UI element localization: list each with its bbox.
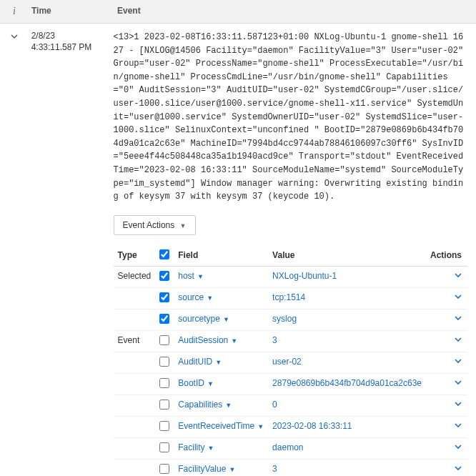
event-actions-button[interactable]: Event Actions ▼ (114, 215, 196, 235)
row-actions (426, 395, 467, 416)
row-value: 3 (268, 459, 426, 476)
col-event-header: Event (114, 6, 476, 17)
field-name: BootID (178, 378, 204, 388)
row-field: source▼ (174, 287, 268, 309)
field-link[interactable]: BootID▼ (178, 378, 214, 388)
field-name: EventReceivedTime (178, 421, 254, 431)
chevron-down-icon[interactable] (11, 32, 18, 42)
value-link[interactable]: user-02 (272, 357, 302, 367)
value-link[interactable]: 3 (272, 335, 277, 345)
value-link[interactable]: 2879e0869b6b434fb704d9a01ca2c63e (272, 378, 422, 388)
value-link[interactable]: 0 (272, 400, 277, 410)
table-row: Selectedhost▼NXLog-Ubuntu-1 (114, 266, 467, 287)
chevron-down-icon[interactable] (455, 378, 462, 388)
chevron-down-icon[interactable] (455, 421, 462, 431)
row-checkbox[interactable] (159, 421, 169, 431)
field-link[interactable]: AuditUID▼ (178, 357, 222, 367)
chevron-down-icon[interactable] (455, 464, 462, 474)
value-link[interactable]: NXLog-Ubuntu-1 (272, 271, 337, 281)
value-link[interactable]: 3 (272, 464, 277, 474)
col-time-header: Time (29, 6, 114, 17)
field-name: Facility (178, 442, 204, 452)
row-checkbox[interactable] (159, 400, 169, 410)
value-link[interactable]: syslog (272, 314, 297, 324)
row-checkbox[interactable] (159, 314, 169, 324)
row-actions (426, 287, 467, 309)
table-row: source▼tcp:1514 (114, 287, 467, 309)
row-checkbox-cell (155, 266, 174, 287)
row-type (114, 352, 156, 373)
value-link[interactable]: tcp:1514 (272, 292, 305, 302)
caret-down-icon: ▼ (231, 337, 237, 344)
row-checkbox-cell (155, 309, 174, 330)
th-field: Field (174, 245, 268, 267)
field-name: sourcetype (178, 314, 220, 324)
field-link[interactable]: sourcetype▼ (178, 314, 229, 324)
row-field: EventReceivedTime▼ (174, 416, 268, 437)
field-link[interactable]: Capabilities▼ (178, 400, 232, 410)
row-checkbox[interactable] (159, 357, 169, 367)
row-checkbox[interactable] (159, 378, 169, 388)
row-checkbox[interactable] (159, 335, 169, 345)
row-value: 0 (268, 395, 426, 416)
row-value: 3 (268, 330, 426, 352)
th-value: Value (268, 245, 426, 267)
chevron-down-icon[interactable] (455, 400, 462, 410)
caret-down-icon: ▼ (207, 380, 214, 387)
field-name: FacilityValue (178, 464, 226, 474)
row-checkbox[interactable] (159, 271, 169, 281)
row-type (114, 309, 156, 330)
row-checkbox-cell (155, 416, 174, 437)
field-link[interactable]: host▼ (178, 271, 204, 281)
chevron-down-icon[interactable] (455, 271, 462, 281)
row-type: Selected (114, 266, 156, 287)
row-field: Capabilities▼ (174, 395, 268, 416)
field-link[interactable]: Facility▼ (178, 442, 214, 452)
field-name: source (178, 292, 204, 302)
value-link[interactable]: daemon (272, 442, 303, 452)
caret-down-icon: ▼ (207, 294, 213, 302)
table-row: FacilityValue▼3 (114, 459, 467, 476)
row-actions (426, 352, 467, 373)
field-link[interactable]: EventReceivedTime▼ (178, 421, 264, 431)
event-time-value: 4:33:11.587 PM (31, 42, 114, 52)
field-link[interactable]: FacilityValue▼ (178, 464, 235, 474)
value-link[interactable]: 2023-02-08 16:33:11 (272, 421, 352, 431)
row-type (114, 287, 156, 309)
field-link[interactable]: AuditSession▼ (178, 335, 237, 345)
row-actions (426, 437, 467, 459)
row-actions (426, 459, 467, 476)
row-field: sourcetype▼ (174, 309, 268, 330)
row-value: NXLog-Ubuntu-1 (268, 266, 426, 287)
row-value: daemon (268, 437, 426, 459)
row-value: syslog (268, 309, 426, 330)
field-link[interactable]: source▼ (178, 292, 213, 302)
chevron-down-icon[interactable] (455, 314, 462, 324)
row-checkbox-cell (155, 437, 174, 459)
row-value: 2879e0869b6b434fb704d9a01ca2c63e (268, 373, 426, 395)
results-header: i Time Event (0, 0, 476, 24)
select-all-checkbox[interactable] (159, 249, 169, 259)
chevron-down-icon[interactable] (455, 357, 462, 367)
row-actions (426, 416, 467, 437)
th-select-all[interactable] (155, 245, 174, 267)
caret-down-icon: ▼ (229, 466, 235, 473)
event-date: 2/8/23 (31, 31, 114, 41)
chevron-down-icon[interactable] (455, 442, 462, 452)
row-checkbox-cell (155, 373, 174, 395)
chevron-down-icon[interactable] (455, 292, 462, 302)
row-field: AuditUID▼ (174, 352, 268, 373)
event-time: 2/8/23 4:33:11.587 PM (29, 31, 114, 476)
caret-down-icon: ▼ (225, 402, 232, 409)
row-checkbox[interactable] (159, 464, 169, 474)
row-field: AuditSession▼ (174, 330, 268, 352)
chevron-down-icon[interactable] (455, 335, 462, 345)
row-checkbox[interactable] (159, 292, 169, 302)
th-type: Type (114, 245, 156, 267)
caret-down-icon: ▼ (197, 273, 204, 280)
col-info-header: i (0, 6, 29, 17)
table-row: sourcetype▼syslog (114, 309, 467, 330)
caret-down-icon: ▼ (257, 423, 264, 430)
row-checkbox[interactable] (159, 442, 169, 452)
row-checkbox-cell (155, 287, 174, 309)
